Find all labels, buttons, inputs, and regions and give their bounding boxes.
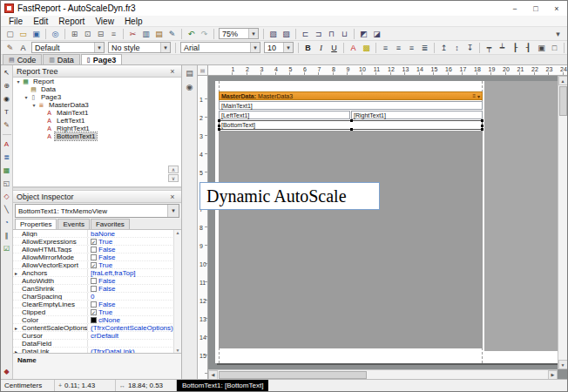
design-canvas[interactable]: MasterData: MasterData3 ≡ ▾ [MainText1] … (208, 76, 567, 379)
scroll-up-icon[interactable]: ▲ (558, 76, 568, 85)
zoom-page-tool[interactable]: ◉ (183, 81, 196, 93)
align-right-edges-button[interactable]: ⊐ (312, 28, 325, 40)
font-name-select[interactable]: Arial▾ (180, 42, 260, 53)
expand-icon[interactable]: ▸ (15, 270, 17, 276)
frame-bottom-button[interactable]: ┷ (496, 42, 509, 54)
band-object-button[interactable]: ≣ (1, 152, 12, 163)
inspector-tab-favorites[interactable]: Favorites (91, 219, 130, 229)
frame-all-button[interactable]: ▣ (535, 42, 548, 54)
frame-style-select[interactable]: No style▾ (108, 42, 171, 53)
more-objects-button[interactable]: ◆ (1, 366, 12, 377)
property-cursor[interactable]: CursorcrDefault (13, 332, 181, 340)
page-view-tool[interactable]: ▤ (183, 67, 196, 79)
new-report-button[interactable]: ▢ (3, 28, 17, 40)
copy-format-tool[interactable]: ✎ (1, 119, 12, 131)
property-value[interactable]: True (98, 308, 112, 316)
tree-item-righttext1[interactable]: ARightText1 (13, 125, 181, 132)
property-value[interactable]: 0 (91, 293, 94, 301)
property-value[interactable]: clNone (98, 316, 120, 324)
save-report-button[interactable]: ▣ (30, 28, 43, 40)
checkbox-object-button[interactable]: ☑ (1, 243, 12, 254)
property-value[interactable]: crDefault (91, 332, 118, 340)
property-value[interactable]: False (98, 301, 116, 308)
format-painter-button[interactable]: ✎ (166, 28, 179, 40)
style-button[interactable]: ✎ (3, 42, 17, 54)
maximize-button[interactable]: □ (525, 1, 546, 16)
tree-item-data[interactable]: ▤Data (13, 85, 181, 93)
frame-top-button[interactable]: ┯ (483, 42, 496, 54)
memo-bottomtext1-selected[interactable]: [BottomText] (219, 120, 483, 130)
scroll-down-icon[interactable]: ▼ (176, 348, 180, 353)
tree-item-lefttext1[interactable]: ALeftText1 (13, 117, 181, 125)
menu-file[interactable]: File (3, 16, 28, 26)
copy-button[interactable]: ▥ (139, 28, 152, 40)
align-left-edges-button[interactable]: ⊏ (299, 28, 312, 40)
menu-view[interactable]: View (90, 16, 119, 26)
cut-button[interactable]: ✂ (126, 28, 139, 40)
tab-page3[interactable]: ▯Page3 (81, 54, 122, 64)
menu-edit[interactable]: Edit (28, 16, 53, 26)
vertical-scrollbar[interactable]: ▲ ▼ (558, 76, 567, 369)
tree-item-report[interactable]: ▾▦Report (13, 78, 181, 85)
inplace-text-editor[interactable]: Dynamic AutoScale (199, 182, 380, 210)
align-right-button[interactable]: ≡ (405, 42, 418, 54)
scroll-up-icon[interactable]: ▲ (176, 230, 180, 235)
memo-righttext1[interactable]: [RightText1] (351, 111, 483, 119)
expand-icon[interactable]: ▸ (15, 325, 17, 331)
tree-item-page3[interactable]: ▾▯Page3 (13, 93, 181, 101)
style-select[interactable]: Default▾ (31, 42, 105, 53)
band-menu-icon[interactable]: ≡ (472, 93, 476, 99)
text-edit-tool[interactable]: T (1, 106, 12, 118)
expander-icon[interactable]: ▾ (15, 78, 22, 84)
property-datalink[interactable]: ▸DataLink(TfrxDataLink) (13, 348, 181, 353)
vertical-scrollbar-thumb[interactable] (559, 86, 567, 116)
titlebar[interactable]: FastReport - AutoScaleDyn.fr3 − □ × (1, 1, 567, 16)
subreport-object-button[interactable]: ◱ (1, 178, 12, 189)
redo-button[interactable]: ↷ (198, 28, 211, 40)
align-bottoms-button[interactable]: ⊔ (338, 28, 351, 40)
property-grid-scrollbar[interactable]: ▲▼ (173, 230, 181, 353)
paste-button[interactable]: ▤ (152, 28, 166, 40)
checkbox-icon[interactable]: ✓ (91, 309, 97, 315)
selected-object-dropdown-icon[interactable]: ▾ (167, 205, 179, 217)
highlight-button[interactable]: ▩ (360, 42, 373, 54)
report-page[interactable]: MasterData: MasterData3 ≡ ▾ [MainText1] … (215, 81, 564, 363)
draw-object-button[interactable]: ◇ (1, 191, 12, 202)
memo-maintext1[interactable]: [MainText1] (219, 101, 483, 110)
font-dialog-button[interactable]: A (17, 42, 30, 54)
hand-tool[interactable]: ⊕ (1, 80, 12, 91)
font-size-select-dropdown-icon[interactable]: ▾ (283, 43, 293, 52)
selection-handle[interactable] (218, 125, 220, 127)
font-color-button[interactable]: A (347, 42, 360, 54)
align-justify-button[interactable]: ≣ (418, 42, 431, 54)
minimize-button[interactable]: − (504, 1, 525, 16)
scroll-right-icon[interactable]: ▶ (548, 370, 558, 380)
checkbox-icon[interactable] (91, 254, 97, 260)
inspector-tab-events[interactable]: Events (57, 219, 89, 229)
property-value[interactable]: baNone (91, 230, 115, 238)
align-bottom-button[interactable]: ↧ (463, 42, 477, 54)
group-button[interactable]: ▧ (267, 28, 280, 40)
align-top-button[interactable]: ↥ (437, 42, 450, 54)
frame-left-button[interactable]: ┠ (509, 42, 522, 54)
report-tree-close-icon[interactable]: × (167, 67, 178, 76)
tree-scroll-up-button[interactable]: ∧ (168, 166, 179, 173)
barcode-object-button[interactable]: ∥ (1, 230, 12, 241)
frame-right-button[interactable]: ┨ (522, 42, 535, 54)
send-to-back-button[interactable]: ◪ (370, 28, 383, 40)
open-report-button[interactable]: ▭ (17, 28, 30, 40)
menu-help[interactable]: Help (119, 16, 148, 26)
font-size-select[interactable]: 10▾ (264, 42, 294, 53)
preview-button[interactable]: ◎ (49, 28, 62, 40)
scroll-left-icon[interactable]: ◀ (208, 370, 218, 380)
tree-item-bottomtext1[interactable]: ABottomText1 (13, 132, 181, 140)
tab-code[interactable]: ▤Code (3, 54, 42, 64)
line-object-button[interactable]: ╲ (1, 204, 12, 215)
selection-handle[interactable] (481, 125, 483, 127)
ungroup-button[interactable]: ▨ (280, 28, 293, 40)
expand-icon[interactable]: ▸ (15, 348, 17, 354)
align-center-button[interactable]: ≡ (392, 42, 405, 54)
tree-item-maintext1[interactable]: AMainText1 (13, 109, 181, 117)
page-settings-button[interactable]: ≡ (107, 28, 120, 40)
close-button[interactable]: × (546, 1, 567, 16)
